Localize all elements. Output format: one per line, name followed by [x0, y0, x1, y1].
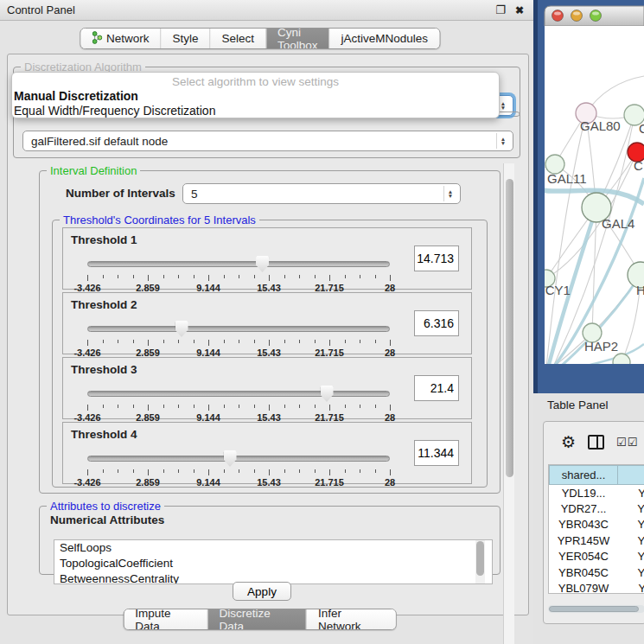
float-window-button[interactable]: ❐ — [494, 3, 507, 17]
thresholds-group-title: Threshold's Coordinates for 5 Intervals — [60, 214, 259, 226]
slider-tick-labels: -3.4262.8599.14415.4321.71528 — [87, 477, 390, 488]
tab-style[interactable]: Style — [161, 29, 210, 48]
numerical-attributes-list[interactable]: SelfLoopsTopologicalCoefficientBetweenne… — [54, 539, 493, 584]
attribute-item-selfloops[interactable]: SelfLoops — [54, 540, 492, 556]
table-data-combobox-value: galFiltered.sif default node — [31, 135, 496, 148]
threshold-value-field[interactable] — [414, 245, 459, 271]
tab-label: Style — [172, 32, 198, 45]
table-column-header[interactable]: n — [618, 466, 644, 485]
threshold-value-field[interactable] — [414, 375, 459, 401]
node-label: HAP2 — [584, 339, 618, 354]
node-table[interactable]: shared...n YDL19...YDL1YDR27...YDR2YBR04… — [548, 464, 644, 594]
table-cell: YBR045C — [550, 564, 618, 581]
table-column-header[interactable]: shared... — [550, 466, 618, 485]
tab-label: Infer Network — [318, 609, 385, 630]
right-column: GAL80GACGAL11GAL4GCY1HHAP2 Table Panel ⚙… — [533, 0, 644, 644]
tab-impute-data[interactable]: Impute Data — [124, 609, 207, 629]
tab-cyni-toolbox[interactable]: Cyni Toolbox — [266, 29, 330, 48]
algorithm-option-manual-discretization[interactable]: Manual Discretization — [12, 89, 499, 104]
table-row[interactable]: YDL19...YDL1 — [550, 485, 644, 501]
node-label: C — [634, 158, 643, 173]
tab-select[interactable]: Select — [210, 29, 266, 48]
threshold-panel-threshold-2: Threshold 2-3.4262.8599.14415.4321.71528 — [62, 292, 472, 354]
table-row[interactable]: YER054CYER0 — [550, 549, 644, 565]
network-view[interactable]: GAL80GACGAL11GAL4GCY1HHAP2 — [533, 0, 644, 393]
slider-thumb[interactable] — [256, 256, 269, 272]
cyni-toolbox-content: Discretization Algorithm ▲▼ Table Data g… — [7, 54, 529, 615]
table-cell: YDL19... — [550, 485, 618, 501]
number-of-intervals-combobox[interactable]: 5 ▲▼ — [182, 183, 461, 204]
tab-jactivemnodules[interactable]: jActiveMNodules — [330, 29, 440, 48]
algorithm-option-equal-width-frequency-discretization[interactable]: Equal Width/Frequency Discretization — [12, 104, 499, 118]
minimize-traffic-light[interactable] — [571, 10, 583, 22]
slider-ticks — [87, 405, 390, 411]
tab-label: Impute Data — [135, 609, 195, 630]
table-cell: YBL079W — [550, 581, 618, 595]
threshold-slider[interactable]: -3.4262.8599.14415.4321.71528 — [87, 316, 390, 350]
slider-track[interactable] — [87, 456, 390, 462]
slider-track[interactable] — [87, 261, 390, 267]
attributes-list-scrollbar[interactable] — [475, 540, 485, 583]
thresholds-group: Threshold's Coordinates for 5 Intervals … — [52, 220, 488, 488]
number-of-intervals-value: 5 — [191, 188, 443, 201]
columns-icon[interactable] — [588, 435, 604, 450]
tab-discretize-data[interactable]: Discretize Data — [208, 609, 307, 629]
close-panel-button[interactable]: ✖ — [513, 3, 526, 17]
tab-label: Network — [106, 32, 150, 45]
table-row[interactable]: YBR045CYBR0 — [550, 564, 644, 581]
slider-ticks — [87, 275, 390, 281]
combo-stepper-icon: ▲▼ — [496, 133, 509, 149]
scrollbar-thumb[interactable] — [549, 606, 639, 612]
threshold-slider[interactable]: -3.4262.8599.14415.4321.71528 — [87, 251, 390, 285]
table-cell: YDR27... — [550, 501, 618, 517]
threshold-slider[interactable]: -3.4262.8599.14415.4321.71528 — [87, 445, 390, 480]
content-scrollbar[interactable] — [503, 163, 514, 644]
scrollbar-thumb[interactable] — [476, 541, 484, 576]
slider-thumb[interactable] — [175, 321, 188, 337]
slider-track[interactable] — [87, 326, 390, 332]
scrollbar-thumb[interactable] — [506, 179, 513, 477]
tab-network[interactable]: Network — [80, 29, 162, 48]
threshold-value-field[interactable] — [414, 440, 459, 466]
table-row[interactable]: YBL079WYBL0 — [550, 581, 644, 595]
table-horizontal-scrollbar[interactable] — [548, 605, 644, 613]
table-row[interactable]: YDR27...YDR2 — [550, 501, 644, 517]
attribute-item-topologicalcoefficient[interactable]: TopologicalCoefficient — [54, 556, 492, 571]
algorithm-dropdown-popup: Select algorithm to view settings Manual… — [11, 72, 500, 118]
threshold-panel-threshold-3: Threshold 3-3.4262.8599.14415.4321.71528 — [62, 357, 472, 419]
slider-thumb[interactable] — [321, 386, 334, 402]
slider-thumb[interactable] — [224, 450, 237, 467]
table-cell: YPR1 — [618, 532, 644, 549]
node-label: H — [636, 283, 644, 297]
zoom-traffic-light[interactable] — [590, 10, 602, 22]
algorithm-popup-hint: Select algorithm to view settings — [12, 75, 499, 89]
node-label: GA — [639, 121, 644, 136]
threshold-label: Threshold 3 — [71, 363, 137, 376]
tab-infer-network[interactable]: Infer Network — [307, 609, 396, 629]
table-cell: YBR043C — [550, 517, 618, 533]
table-row[interactable]: YPR145WYPR1 — [550, 532, 644, 549]
threshold-slider[interactable]: -3.4262.8599.14415.4321.71528 — [87, 380, 390, 415]
table-panel-title: Table Panel — [547, 399, 609, 411]
close-traffic-light[interactable] — [552, 10, 564, 22]
apply-button[interactable]: Apply — [233, 582, 291, 601]
threshold-rows: Threshold 1-3.4262.8599.14415.4321.71528… — [62, 227, 472, 487]
threshold-label: Threshold 1 — [71, 233, 137, 246]
table-data-combobox[interactable]: galFiltered.sif default node ▲▼ — [22, 131, 513, 151]
checkbox-icons[interactable]: ☑☑ — [616, 436, 638, 449]
table-panel: ⚙ ☑☑ shared...n YDL19...YDL1YDR27...YDR2… — [543, 421, 644, 624]
control-panel: Control Panel ❐ ✖ NetworkStyleSelectCyni… — [0, 0, 533, 644]
table-row[interactable]: YBR043CYBR0 — [550, 517, 644, 533]
slider-ticks — [87, 340, 390, 346]
slider-track[interactable] — [87, 391, 390, 397]
attributes-group-title: Attributes to discretize — [47, 500, 164, 513]
tab-label: Discretize Data — [220, 609, 295, 630]
table-data-group: Table Data galFiltered.sif default node … — [13, 112, 520, 158]
table-cell: YPR145W — [550, 532, 618, 549]
gear-icon[interactable]: ⚙ — [561, 434, 576, 450]
table-cell: YDR2 — [618, 501, 644, 517]
threshold-value-field[interactable] — [414, 310, 459, 336]
node-label: GAL11 — [547, 171, 587, 186]
threshold-panel-threshold-1: Threshold 1-3.4262.8599.14415.4321.71528 — [62, 227, 472, 290]
table-cell: YER0 — [618, 549, 644, 565]
